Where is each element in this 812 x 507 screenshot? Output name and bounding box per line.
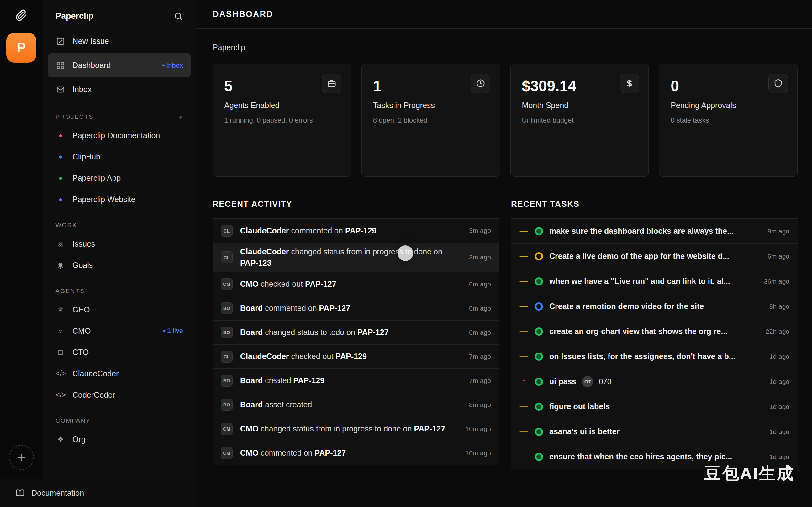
task-row[interactable]: — on Issues lists, for the assignees, do… [511, 344, 798, 369]
task-title: on Issues lists, for the assignees, don'… [549, 352, 736, 361]
task-time: 1d ago [764, 353, 790, 360]
activity-row[interactable]: BO Board commented on PAP-127 6m ago [213, 296, 499, 321]
task-title: make sure the dashboard blocks are alway… [549, 227, 734, 236]
sidebar-item-agent[interactable]: ♕ GEO [48, 299, 191, 320]
stat-card-spend: $309.14 $ Month Spend Unlimited budget [510, 64, 649, 177]
activity-row[interactable]: CL ClaudeCoder commented on PAP-129 3m a… [213, 219, 499, 243]
activity-text: Board created PAP-129 [240, 375, 456, 386]
documentation-link[interactable]: Documentation [0, 479, 196, 507]
activity-row[interactable]: CL ClaudeCoder changed status from in pr… [213, 243, 499, 272]
projects-list: ● Paperclip Documentation ● ClipHub ● Pa… [43, 125, 196, 210]
sidebar-item-company[interactable]: ❖ Org [48, 429, 191, 450]
task-status-icon [535, 428, 543, 436]
sidebar-item-agent[interactable]: </> ClaudeCoder [48, 363, 191, 384]
activity-row[interactable]: CM CMO changed status from in progress t… [213, 417, 499, 441]
task-title-group: make sure the dashboard blocks are alway… [549, 227, 756, 236]
sidebar-item-agent[interactable]: ○ CMO 1 live [48, 320, 191, 342]
task-row[interactable]: — figure out labels 1d ago [511, 394, 798, 419]
project-color-dot: ● [55, 195, 65, 203]
stat-sub: 8 open, 2 blocked [373, 115, 477, 126]
activity-time: 3m ago [464, 227, 491, 234]
activity-row[interactable]: CM CMO commented on PAP-127 10m ago [213, 441, 499, 465]
task-time: 1d ago [764, 378, 790, 385]
activity-time: 10m ago [460, 449, 491, 457]
section-collapse-icon[interactable]: ◆ [179, 114, 183, 119]
task-badge-count: 070 [599, 377, 611, 386]
activity-text: ClaudeCoder checked out PAP-129 [240, 351, 456, 362]
task-row[interactable]: ↑ ui passOT070 1d ago [511, 369, 798, 394]
sidebar-item-label: ClaudeCoder [72, 369, 118, 378]
activity-row[interactable]: BO Board created PAP-129 7m ago [213, 369, 499, 393]
stat-card-agents: 5 Agents Enabled 1 running, 0 paused, 0 … [213, 64, 351, 177]
sidebar-item-project[interactable]: ● ClipHub [48, 146, 191, 167]
stat-sub: 1 running, 0 paused, 0 errors [224, 115, 328, 126]
task-time: 1d ago [764, 428, 790, 436]
activity-row[interactable]: BO Board asset created 8m ago [213, 393, 499, 417]
work-list: ◎ Issues ◉ Goals [43, 233, 196, 276]
sidebar-item-work[interactable]: ◉ Goals [48, 255, 191, 276]
task-row[interactable]: — Create a live demo of the app for the … [511, 244, 798, 269]
sidebar-item-label: GEO [72, 305, 90, 314]
task-title-group: Create a live demo of the app for the we… [549, 251, 756, 261]
task-title-group: ensure that when the ceo hires agents, t… [549, 452, 758, 461]
app-logo[interactable]: P [6, 33, 36, 63]
task-row[interactable]: — Create a remotion demo video for the s… [511, 294, 798, 319]
org-icon: ❖ [55, 435, 65, 444]
activity-text: Board commented on PAP-127 [240, 302, 456, 314]
actor-avatar: BO [221, 399, 233, 411]
activity-time: 7m ago [464, 353, 491, 360]
section-label-work: WORK [55, 222, 183, 229]
stat-sub: Unlimited budget [522, 115, 626, 126]
sidebar-item-label: Inbox [72, 85, 92, 94]
task-title-group: on Issues lists, for the assignees, don'… [549, 352, 758, 361]
task-time: 8h ago [764, 303, 790, 310]
section-label-projects: PROJECTS ◆ [55, 113, 183, 120]
task-row[interactable]: — asana's ui is better 1d ago [511, 419, 798, 444]
sidebar-item-project[interactable]: ● Paperclip Documentation [48, 125, 191, 146]
task-status-icon [535, 252, 543, 261]
project-color-dot: ● [55, 174, 65, 182]
activity-time: 3m ago [464, 253, 491, 261]
sidebar-item-new-issue[interactable]: New Issue [48, 29, 191, 53]
actor-avatar: CL [221, 251, 233, 263]
activity-text: ClaudeCoder changed status from in progr… [240, 246, 456, 269]
agent-icon: ♕ [55, 305, 65, 314]
work-item-icon: ◉ [55, 261, 65, 270]
ai-watermark: 豆包AI生成 [704, 462, 795, 485]
section-label-company: COMPANY [55, 417, 183, 424]
actor-avatar: CM [221, 447, 233, 459]
activity-text: CMO checked out PAP-127 [240, 278, 456, 289]
sidebar-item-inbox[interactable]: Inbox [48, 77, 191, 102]
activity-time: 8m ago [464, 401, 491, 409]
agent-icon: ○ [55, 327, 65, 335]
task-row[interactable]: — when we have a "Live run" and can link… [511, 269, 798, 294]
sidebar-item-agent[interactable]: </> CoderCoder [48, 384, 191, 405]
task-title: Create a remotion demo video for the sit… [549, 302, 704, 311]
task-title: ensure that when the ceo hires agents, t… [549, 452, 732, 461]
agent-icon: </> [55, 391, 65, 399]
activity-row[interactable]: CL ClaudeCoder checked out PAP-129 7m ag… [213, 345, 499, 369]
company-list: ❖ Org [43, 429, 196, 450]
activity-text: ClaudeCoder commented on PAP-129 [240, 225, 456, 236]
activity-time: 10m ago [460, 425, 491, 433]
task-row[interactable]: — create an org-chart view that shows th… [511, 319, 798, 344]
recent-activity-title: RECENT ACTIVITY [213, 199, 499, 209]
task-time: 1d ago [764, 403, 790, 410]
task-title-group: asana's ui is better [549, 427, 758, 436]
task-row[interactable]: — make sure the dashboard blocks are alw… [511, 219, 798, 244]
add-workspace-button[interactable]: + [9, 445, 34, 470]
sidebar-item-work[interactable]: ◎ Issues [48, 233, 191, 255]
sidebar-item-agent[interactable]: □ CTO [48, 342, 191, 363]
sidebar-item-project[interactable]: ● Paperclip App [48, 167, 191, 189]
sidebar-item-dashboard[interactable]: Dashboard Inbox [48, 53, 191, 77]
search-icon[interactable] [174, 12, 183, 21]
activity-row[interactable]: BO Board changed status to todo on PAP-1… [213, 321, 499, 345]
stat-label: Agents Enabled [224, 101, 339, 110]
sidebar-item-project[interactable]: ● Paperclip Website [48, 189, 191, 210]
stat-cards-row: 5 Agents Enabled 1 running, 0 paused, 0 … [213, 64, 798, 177]
envelope-icon [55, 85, 65, 94]
activity-text: Board changed status to todo on PAP-127 [240, 327, 456, 338]
activity-row[interactable]: CM CMO checked out PAP-127 6m ago [213, 272, 499, 296]
paperclip-icon [15, 9, 27, 21]
shield-icon [768, 74, 788, 93]
